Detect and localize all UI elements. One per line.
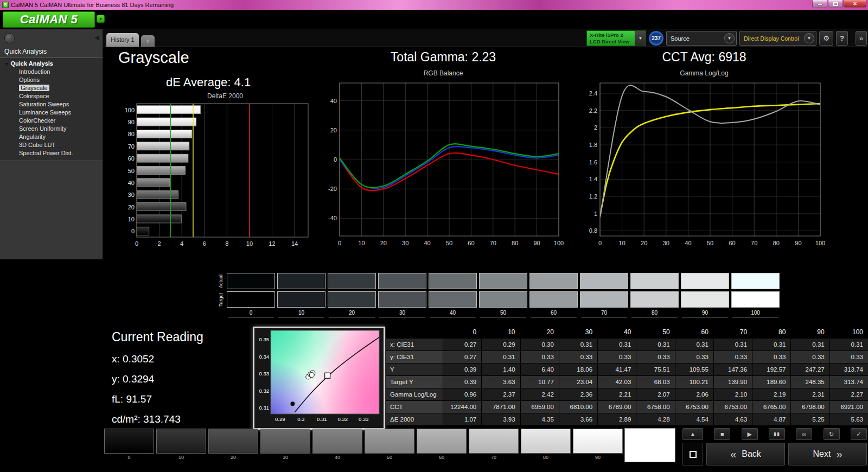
pattern-swatch-50[interactable]: 50 bbox=[365, 429, 414, 462]
table-header-30: 30 bbox=[559, 326, 597, 338]
stop-button[interactable]: ■ bbox=[714, 428, 730, 440]
pattern-swatch-30[interactable]: 30 bbox=[260, 429, 310, 462]
svg-text:30: 30 bbox=[402, 240, 409, 246]
strip-tick-line bbox=[379, 317, 425, 317]
reading-cdm2: cd/m²: 313.743 bbox=[112, 413, 203, 425]
svg-text:100: 100 bbox=[554, 240, 564, 246]
svg-text:20: 20 bbox=[380, 240, 387, 246]
strip-column-30: 30 bbox=[378, 273, 426, 320]
sidebar-item-saturation-sweeps[interactable]: Saturation Sweeps bbox=[0, 100, 103, 109]
sidebar-item-spectral-power-dist[interactable]: Spectral Power Dist. bbox=[0, 149, 103, 157]
svg-text:1.4: 1.4 bbox=[589, 176, 597, 182]
cell-cct-0: 12244.00 bbox=[443, 401, 481, 413]
help-button[interactable]: ? bbox=[836, 31, 848, 46]
cell-gamma-log-log-70: 2.10 bbox=[714, 388, 752, 400]
sidebar-item-3d-cube-lut[interactable]: 3D Cube LUT bbox=[0, 141, 103, 149]
target-swatch-40 bbox=[429, 291, 477, 308]
svg-text:100: 100 bbox=[125, 107, 135, 113]
svg-text:2.4: 2.4 bbox=[589, 90, 597, 97]
cell-y-50: 75.51 bbox=[636, 363, 674, 375]
strip-tick-line bbox=[480, 317, 526, 317]
refresh-button[interactable]: ↻ bbox=[824, 428, 840, 440]
pattern-swatch-80[interactable]: 80 bbox=[521, 429, 571, 462]
toolbar-right: X-Rite i1Pro 2 LCD Direct View ▼ 237 Sou… bbox=[586, 30, 867, 46]
pattern-swatch-60[interactable]: 60 bbox=[417, 429, 467, 462]
sidebar-item-angularity[interactable]: Angularity bbox=[0, 133, 103, 141]
close-button[interactable]: ✕ bbox=[844, 0, 866, 8]
svg-text:90: 90 bbox=[533, 240, 540, 246]
pattern-swatch-fill bbox=[104, 429, 154, 454]
cell-x-cie31-20: 0.30 bbox=[521, 339, 559, 350]
pattern-swatch-70[interactable]: 70 bbox=[469, 429, 519, 462]
cell-cct-100: 6921.00 bbox=[830, 401, 868, 413]
meter-selector[interactable]: X-Rite i1Pro 2 LCD Direct View ▼ bbox=[586, 30, 646, 46]
sidebar-item-screen-uniformity[interactable]: Screen Uniformity bbox=[0, 125, 103, 133]
strip-column-0: 0 bbox=[227, 273, 275, 320]
actual-swatch-70 bbox=[580, 273, 628, 289]
strip-columns: 0102030405060708090100 bbox=[227, 259, 780, 320]
logo-menu-button[interactable]: ▼ bbox=[97, 15, 105, 23]
source-dropdown-icon[interactable]: ▼ bbox=[724, 33, 735, 43]
pattern-swatch-40[interactable]: 40 bbox=[312, 429, 362, 462]
pattern-swatch-fill bbox=[469, 429, 519, 454]
pattern-swatch-90[interactable]: 90 bbox=[573, 429, 623, 462]
cell-e-2000-40: 2.89 bbox=[598, 413, 636, 425]
continuous-measure-button[interactable]: ∞ bbox=[796, 428, 812, 440]
svg-text:90: 90 bbox=[128, 119, 135, 125]
pattern-swatch-20[interactable]: 20 bbox=[208, 429, 258, 462]
pattern-window-button[interactable] bbox=[682, 443, 703, 465]
cell-cct-90: 6798.00 bbox=[791, 401, 829, 413]
svg-text:10: 10 bbox=[246, 240, 253, 247]
sidebar-item-colorspace[interactable]: Colorspace bbox=[0, 92, 103, 100]
cell-y-cie31-70: 0.33 bbox=[714, 351, 752, 363]
tab-history-1[interactable]: History 1 bbox=[106, 33, 139, 47]
sidebar-root-item[interactable]: ▾Quick Analysis bbox=[0, 60, 103, 68]
maximize-button[interactable] bbox=[828, 0, 843, 8]
gamma-chart-title: Gamma Log/Log bbox=[582, 69, 827, 79]
pattern-swatch-0[interactable]: 0 bbox=[104, 429, 154, 462]
strip-column-70: 70 bbox=[580, 273, 628, 320]
next-button[interactable]: Next» bbox=[788, 443, 867, 465]
strip-label-80: 80 bbox=[630, 310, 679, 316]
accept-button[interactable]: ✓ bbox=[851, 428, 867, 440]
meter-dropdown-icon[interactable]: ▼ bbox=[635, 31, 646, 46]
right-panel-toggle-button[interactable]: » bbox=[856, 31, 867, 46]
svg-text:0.33: 0.33 bbox=[259, 371, 270, 377]
cell-e-2000-30: 3.66 bbox=[559, 413, 597, 425]
sidebar-item-luminance-sweeps[interactable]: Luminance Sweeps bbox=[0, 109, 103, 117]
source-label: Source bbox=[671, 35, 690, 42]
cell-x-cie31-90: 0.31 bbox=[791, 339, 829, 350]
sidebar-item-colorchecker[interactable]: ColorChecker bbox=[0, 117, 103, 125]
sidebar-item-introduction[interactable]: Introduction bbox=[0, 68, 103, 76]
svg-text:0.32: 0.32 bbox=[337, 416, 348, 422]
actual-swatch-100 bbox=[731, 273, 780, 289]
sidebar-collapse-icon[interactable]: ◀ bbox=[94, 34, 99, 41]
display-control-selector[interactable]: Direct Display Control ▼ bbox=[739, 31, 816, 46]
strip-tick-line bbox=[430, 317, 476, 317]
play-button[interactable]: ▶ bbox=[742, 428, 758, 440]
add-tab-button[interactable]: + bbox=[141, 35, 155, 47]
total-gamma-header: Total Gamma: 2.23 bbox=[321, 50, 565, 65]
cell-y-100: 313.74 bbox=[830, 363, 868, 375]
sidebar-item-options[interactable]: Options bbox=[0, 76, 103, 84]
back-button[interactable]: «Back bbox=[706, 443, 785, 465]
pause-button[interactable]: ▮▮ bbox=[769, 428, 785, 440]
strip-column-50: 50 bbox=[479, 273, 527, 320]
settings-button[interactable]: ⚙ bbox=[819, 31, 833, 46]
target-swatch-30 bbox=[378, 291, 426, 308]
actual-swatch-10 bbox=[277, 273, 326, 289]
sidebar-item-grayscale[interactable]: Grayscale bbox=[0, 84, 103, 92]
minimize-button[interactable] bbox=[812, 0, 827, 8]
eject-button[interactable]: ▲ bbox=[682, 428, 703, 440]
display-control-dropdown-icon[interactable]: ▼ bbox=[804, 33, 814, 43]
svg-text:1.6: 1.6 bbox=[589, 159, 597, 165]
cell-cct-70: 6753.00 bbox=[714, 401, 752, 413]
pattern-swatch-10[interactable]: 10 bbox=[156, 429, 206, 462]
cell-e-2000-70: 4.63 bbox=[714, 413, 752, 425]
pattern-swatch-100[interactable]: 100 bbox=[625, 429, 675, 462]
record-button[interactable] bbox=[4, 33, 15, 43]
cell-x-cie31-40: 0.31 bbox=[598, 339, 636, 350]
sidebar-item-label: Options bbox=[19, 76, 40, 83]
source-selector[interactable]: Source ▼ bbox=[666, 31, 737, 46]
table-header-blank bbox=[386, 326, 443, 338]
